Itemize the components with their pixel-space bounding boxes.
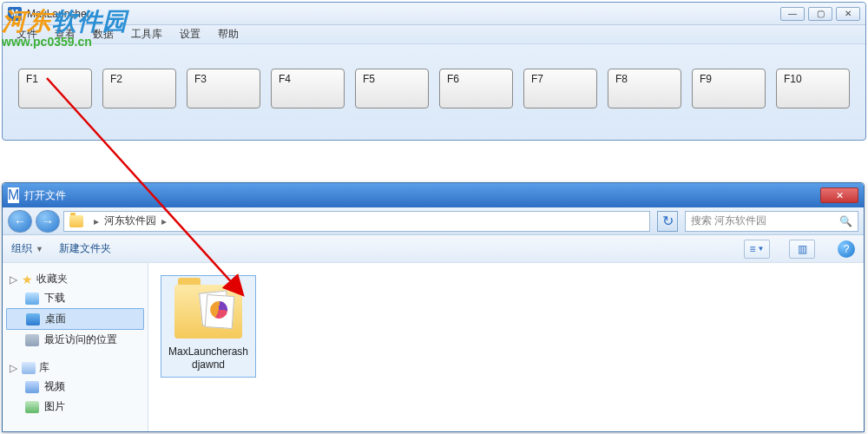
chevron-right-icon: ▸ [161,215,167,227]
fkey-row: F1 F2 F3 F4 F5 F6 F7 F8 F9 F10 [3,44,865,124]
search-input[interactable]: 搜索 河东软件园 🔍 [685,211,858,232]
desktop-icon [26,313,40,326]
favorites-header[interactable]: ▷ ★ 收藏夹 [6,270,144,288]
organize-label: 组织 [11,241,32,256]
change-view-button[interactable]: ≡ ▼ [744,240,770,259]
menu-settings[interactable]: 设置 [173,25,207,43]
video-icon [25,381,39,393]
dialog-app-icon: M [8,187,19,203]
folder-name: MaxLauncherashdjawnd [167,345,250,372]
fkey-f7[interactable]: F7 [523,69,597,108]
sidebar-item-recent[interactable]: 最近访问的位置 [6,330,144,350]
nav-back-button[interactable]: ← [8,210,32,233]
menubar: 文件 查看 数据 工具库 设置 帮助 [3,25,865,44]
fkey-f9[interactable]: F9 [692,69,766,108]
library-icon [22,362,36,374]
new-folder-label: 新建文件夹 [59,241,111,256]
titlebar[interactable]: M MaxLauncher — ▢ ✕ [3,3,865,25]
breadcrumb[interactable]: ▸ 河东软件园 ▸ [63,211,650,232]
star-icon: ★ [22,273,33,286]
picture-icon [25,401,39,413]
fkey-f8[interactable]: F8 [608,69,681,108]
menu-tools[interactable]: 工具库 [124,25,169,43]
maxlauncher-window: M MaxLauncher — ▢ ✕ 文件 查看 数据 工具库 设置 帮助 F… [2,2,866,141]
tree-twisty-icon: ▷ [10,273,18,286]
favorites-group: ▷ ★ 收藏夹 下载 桌面 最近访问的位置 [6,270,144,350]
open-file-dialog: M 打开文件 ✕ ← → ▸ 河东软件园 ▸ ↻ 搜索 河东软件园 🔍 组织 ▼… [2,182,865,432]
chevron-right-icon: ▸ [94,215,99,227]
sidebar-item-downloads[interactable]: 下载 [6,288,144,308]
menu-file[interactable]: 文件 [10,25,44,43]
libraries-group: ▷ 库 视频 图片 [6,358,144,417]
sidebar-item-videos[interactable]: 视频 [6,377,144,397]
nav-forward-button[interactable]: → [36,210,60,233]
sidebar-item-label: 桌面 [45,312,66,326]
list-icon: ≡ [750,243,756,255]
fkey-f2[interactable]: F2 [102,69,176,108]
libraries-label: 库 [39,360,49,375]
breadcrumb-segment[interactable]: 河东软件园 [104,214,156,228]
refresh-button[interactable]: ↻ [657,211,678,232]
nav-row: ← → ▸ 河东软件园 ▸ ↻ 搜索 河东软件园 🔍 [3,207,864,235]
menu-view[interactable]: 查看 [48,25,82,43]
dialog-titlebar[interactable]: M 打开文件 ✕ [3,183,864,207]
search-placeholder: 搜索 河东软件园 [691,214,766,228]
fkey-f5[interactable]: F5 [355,69,429,108]
fkey-f1[interactable]: F1 [18,69,92,108]
sidebar-item-pictures[interactable]: 图片 [6,397,144,417]
window-title: MaxLauncher [27,8,780,20]
preview-pane-button[interactable]: ▥ [789,240,815,259]
recent-icon [25,334,39,346]
folder-icon [174,285,242,339]
sidebar-item-label: 图片 [44,399,65,414]
chevron-down-icon: ▼ [36,245,43,253]
tree-twisty-icon: ▷ [10,362,18,374]
chevron-down-icon: ▼ [758,245,765,253]
new-folder-button[interactable]: 新建文件夹 [59,241,111,256]
dialog-close-button[interactable]: ✕ [820,187,858,203]
sidebar-item-label: 视频 [44,379,65,394]
maximize-button[interactable]: ▢ [808,7,832,21]
sidebar-item-label: 最近访问的位置 [44,332,117,347]
close-button[interactable]: ✕ [836,7,860,21]
content-area[interactable]: MaxLauncherashdjawnd [148,263,864,431]
menu-help[interactable]: 帮助 [211,25,246,43]
fkey-f3[interactable]: F3 [187,69,260,108]
sidebar: ▷ ★ 收藏夹 下载 桌面 最近访问的位置 [3,263,148,431]
fkey-f10[interactable]: F10 [776,69,850,108]
favorites-label: 收藏夹 [36,272,68,286]
minimize-button[interactable]: — [780,7,805,21]
organize-menu[interactable]: 组织 ▼ [11,241,43,256]
toolbar: 组织 ▼ 新建文件夹 ≡ ▼ ▥ ? [3,235,864,263]
thumbnail-icon [205,294,235,329]
fkey-f6[interactable]: F6 [439,69,513,108]
folder-icon [69,215,83,227]
menu-data[interactable]: 数据 [86,25,121,43]
sidebar-item-label: 下载 [44,291,65,306]
folder-tile[interactable]: MaxLauncherashdjawnd [161,275,256,378]
help-button[interactable]: ? [838,240,855,258]
sidebar-item-desktop[interactable]: 桌面 [6,308,144,330]
search-icon: 🔍 [839,215,852,227]
download-icon [25,293,39,305]
app-icon: M [8,7,22,21]
libraries-header[interactable]: ▷ 库 [6,358,144,377]
dialog-title: 打开文件 [24,188,820,203]
fkey-f4[interactable]: F4 [271,69,345,108]
